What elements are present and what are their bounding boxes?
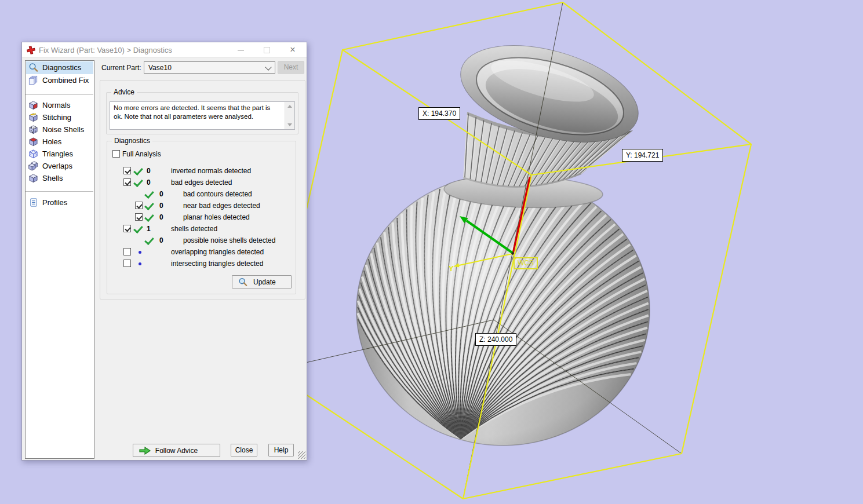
full-analysis-checkbox[interactable] bbox=[112, 150, 120, 158]
follow-advice-button[interactable]: Follow Advice bbox=[133, 444, 220, 457]
diagnostic-count: 0 bbox=[147, 167, 151, 175]
diagnostic-checkbox[interactable] bbox=[135, 202, 143, 209]
maximize-button[interactable] bbox=[257, 42, 276, 57]
dimension-label-x: X: 194.370 bbox=[418, 107, 460, 120]
window-title: Fix Wizard (Part: Vase10) > Diagnostics bbox=[39, 46, 172, 54]
green-check-icon bbox=[144, 212, 154, 222]
stack-icon bbox=[28, 75, 38, 85]
diagnostic-label: planar holes detected bbox=[183, 213, 250, 221]
diagnostic-label: intersecting triangles detected bbox=[171, 260, 263, 268]
sidebar-item-label: Normals bbox=[42, 99, 70, 111]
sidebar-item-triangles[interactable]: Triangles bbox=[26, 148, 93, 160]
diagnostic-row: 0inverted normals detected bbox=[107, 165, 296, 177]
minimize-button[interactable] bbox=[231, 42, 250, 57]
green-check-icon bbox=[133, 177, 143, 187]
magnifier-icon bbox=[238, 277, 247, 287]
diagnostic-row: intersecting triangles detected bbox=[107, 258, 296, 269]
sidebar-item-label: Diagnostics bbox=[42, 61, 81, 74]
diagnostic-count: 0 bbox=[159, 202, 163, 210]
red-cross-icon bbox=[27, 46, 35, 54]
advice-groupbox: Advice No more errors are detected. It s… bbox=[106, 92, 298, 134]
diagnostic-count: 0 bbox=[159, 190, 163, 198]
sidebar-item-label: Shells bbox=[42, 172, 63, 184]
green-check-icon bbox=[133, 224, 143, 233]
sidebar-item-overlaps[interactable]: Overlaps bbox=[26, 160, 93, 172]
diagnostic-row: 0near bad edges detected bbox=[107, 200, 296, 211]
sidebar-item-profiles[interactable]: Profiles bbox=[26, 196, 93, 209]
sidebar-item-label: Holes bbox=[42, 136, 61, 148]
current-part-combobox[interactable]: Vase10 bbox=[144, 61, 275, 74]
sidebar-item-stitching[interactable]: Stitching bbox=[26, 111, 93, 123]
sidebar-item-label: Overlaps bbox=[42, 160, 72, 172]
green-check-icon bbox=[133, 166, 143, 176]
advice-scrollbar[interactable] bbox=[285, 102, 294, 129]
update-button-label: Update bbox=[253, 278, 276, 286]
diagnostic-count: 0 bbox=[159, 236, 163, 244]
diagnostic-checkbox[interactable] bbox=[123, 248, 131, 255]
resize-grip[interactable] bbox=[298, 451, 305, 459]
dimension-label-y: Y: 194.721 bbox=[622, 149, 663, 162]
green-check-icon bbox=[144, 200, 154, 210]
diagnostic-count: 0 bbox=[147, 178, 151, 187]
sidebar-item-label: Triangles bbox=[42, 148, 73, 160]
advice-groupbox-label: Advice bbox=[111, 88, 137, 96]
scroll-up-icon[interactable] bbox=[287, 105, 292, 108]
full-analysis-label: Full Analysis bbox=[122, 150, 161, 158]
diagnostic-checkbox[interactable] bbox=[123, 225, 131, 232]
diagnostic-row: 0planar holes detected bbox=[107, 211, 296, 223]
y-axis-letter: Y bbox=[449, 264, 454, 273]
diagnostic-row: 0bad edges detected bbox=[107, 177, 296, 188]
wcs-label: WCS bbox=[514, 257, 538, 269]
cube-icon bbox=[28, 173, 38, 183]
chevron-down-icon bbox=[265, 64, 271, 70]
diagnostic-checkbox[interactable] bbox=[123, 260, 131, 267]
close-button[interactable]: Close bbox=[231, 444, 257, 456]
scroll-down-icon[interactable] bbox=[287, 123, 292, 126]
diagnostic-count: 1 bbox=[147, 225, 151, 233]
sidebar-item-label: Stitching bbox=[42, 111, 71, 123]
title-bar[interactable]: Fix Wizard (Part: Vase10) > Diagnostics … bbox=[22, 42, 307, 58]
help-button[interactable]: Help bbox=[268, 444, 294, 456]
diagnostic-row: 0bad contours detected bbox=[107, 188, 296, 200]
sidebar-item-noise-shells[interactable]: Noise Shells bbox=[26, 123, 93, 136]
sidebar-item-shells[interactable]: Shells bbox=[26, 172, 93, 184]
next-button[interactable]: Next bbox=[278, 61, 304, 74]
diagnostic-label: bad contours detected bbox=[183, 190, 252, 198]
cube-red-front-icon bbox=[28, 100, 38, 110]
update-button[interactable]: Update bbox=[232, 275, 292, 288]
blue-dot-icon bbox=[139, 251, 141, 254]
application-window: X: 194.370 Y: 194.721 Z: 240.000 WCS Y F… bbox=[0, 0, 863, 504]
cube-red-top-icon bbox=[28, 137, 38, 147]
cube-stitch-icon bbox=[28, 112, 38, 122]
sidebar-item-normals[interactable]: Normals bbox=[26, 99, 93, 111]
sidebar-separator bbox=[26, 94, 93, 95]
diagnostic-checkbox[interactable] bbox=[123, 178, 131, 186]
diagnostic-row: 1shells detected bbox=[107, 223, 296, 235]
sidebar-item-label: Combined Fix bbox=[42, 74, 89, 86]
diagnostic-checkbox[interactable] bbox=[123, 167, 131, 174]
document-icon bbox=[28, 198, 38, 207]
diagnostic-row: 0possible noise shells detected bbox=[107, 235, 296, 246]
sidebar-item-label: Noise Shells bbox=[42, 123, 84, 136]
fix-wizard-dialog: Fix Wizard (Part: Vase10) > Diagnostics … bbox=[21, 42, 307, 461]
cube-wireframe-icon bbox=[28, 149, 38, 159]
sidebar-separator bbox=[26, 191, 93, 192]
green-check-icon bbox=[144, 189, 154, 199]
diagnostic-label: overlapping triangles detected bbox=[171, 248, 264, 256]
diagnostic-label: inverted normals detected bbox=[171, 167, 251, 175]
diagnostic-checkbox[interactable] bbox=[135, 213, 143, 221]
dimension-label-z: Z: 240.000 bbox=[475, 333, 516, 346]
diagnostic-label: near bad edges detected bbox=[183, 202, 260, 210]
diagnostics-groupbox: Diagnostics Full Analysis 0inverted norm… bbox=[107, 141, 296, 294]
sidebar-item-holes[interactable]: Holes bbox=[26, 136, 93, 148]
advice-textbox[interactable]: No more errors are detected. It seems th… bbox=[110, 101, 295, 130]
blue-dot-icon bbox=[139, 262, 141, 265]
diagnostic-label: possible noise shells detected bbox=[183, 236, 275, 244]
close-window-button[interactable]: × bbox=[283, 42, 303, 57]
cube-double-icon bbox=[28, 161, 38, 171]
wizard-sidebar: DiagnosticsCombined FixNormalsStitchingN… bbox=[25, 60, 94, 459]
sidebar-item-combined-fix[interactable]: Combined Fix bbox=[26, 74, 93, 87]
cube-dots-icon bbox=[28, 125, 38, 134]
diagnostic-label: bad edges detected bbox=[171, 178, 232, 187]
sidebar-item-diagnostics[interactable]: Diagnostics bbox=[26, 61, 93, 74]
